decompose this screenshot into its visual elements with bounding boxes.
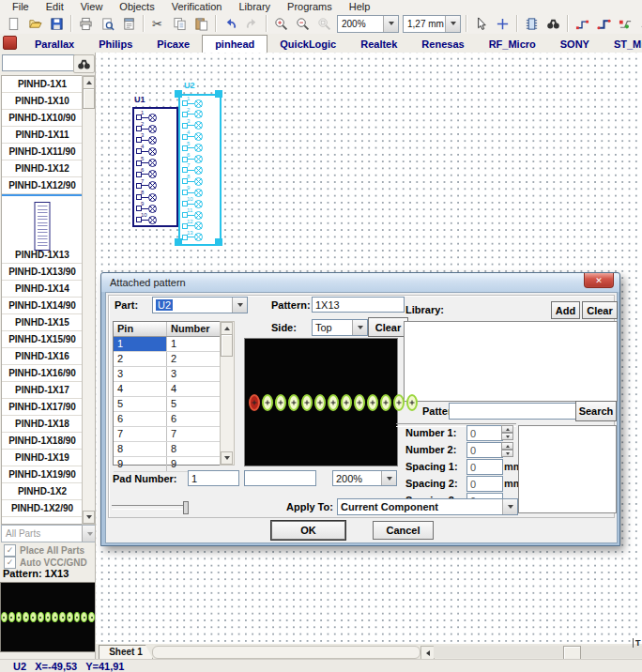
number-1-spinner[interactable] bbox=[501, 425, 513, 440]
pad[interactable] bbox=[367, 394, 378, 411]
list-item[interactable]: PINHD-1X2 bbox=[2, 483, 83, 500]
zoom-in-button[interactable] bbox=[270, 13, 292, 34]
scroll-down-button[interactable] bbox=[83, 511, 95, 524]
pad-number-field[interactable]: 1 bbox=[188, 470, 239, 486]
pin-number-table[interactable]: Pin Number 112233445566778899 bbox=[113, 321, 222, 466]
pin-table-row[interactable]: 44 bbox=[114, 382, 221, 397]
bus-connection-button[interactable] bbox=[636, 13, 642, 34]
tab-renesas[interactable]: Renesas bbox=[409, 37, 476, 53]
tab-rf_micro[interactable]: RF_Micro bbox=[477, 37, 548, 53]
apply-to-arrow-button[interactable] bbox=[502, 499, 517, 514]
side-combo-arrow-button[interactable] bbox=[352, 320, 367, 335]
list-item[interactable]: PINHD-1X16/90 bbox=[2, 365, 83, 382]
spin-down-button[interactable] bbox=[501, 450, 513, 457]
zoom-level-combobox[interactable]: 200% bbox=[337, 15, 399, 33]
cancel-button[interactable]: Cancel bbox=[373, 521, 434, 540]
list-item[interactable]: PINHD-1X19 bbox=[2, 450, 83, 466]
library-add-button[interactable]: Add bbox=[551, 301, 580, 319]
find-component-button[interactable] bbox=[543, 13, 564, 34]
new-button[interactable] bbox=[3, 13, 24, 34]
list-item[interactable]: PINHD-1X12 bbox=[2, 160, 83, 177]
pin-table-row[interactable]: 88 bbox=[114, 442, 221, 457]
side-combobox[interactable]: Top bbox=[312, 319, 368, 336]
ok-button[interactable]: OK bbox=[271, 521, 345, 540]
pattern-results-listbox[interactable] bbox=[518, 425, 617, 513]
number-2-spinner[interactable] bbox=[501, 442, 513, 457]
place-wire-button[interactable] bbox=[572, 13, 593, 34]
list-item[interactable]: PINHD-1X19/90 bbox=[2, 466, 83, 483]
menu-help[interactable]: Help bbox=[341, 0, 379, 13]
spin-up-button[interactable] bbox=[501, 425, 513, 433]
sheet-tab[interactable]: Sheet 1 bbox=[99, 645, 153, 659]
pattern-field[interactable]: 1X13 bbox=[312, 297, 405, 313]
apply-to-combobox[interactable]: Current Component bbox=[337, 498, 518, 515]
zoom-out-button[interactable] bbox=[292, 13, 313, 34]
list-item[interactable]: PINHD-1X11 bbox=[2, 127, 83, 144]
tab-picaxe[interactable]: Picaxe bbox=[145, 37, 202, 53]
list-item[interactable]: PINHD-1X14/90 bbox=[2, 298, 83, 314]
number-1-field[interactable]: 0 bbox=[466, 425, 503, 441]
pin-table-row[interactable]: 22 bbox=[114, 352, 221, 367]
tab-realtek[interactable]: Realtek bbox=[348, 37, 409, 53]
pad[interactable] bbox=[380, 394, 391, 411]
spacing-1-field[interactable]: 0 bbox=[466, 459, 503, 475]
component-search-input[interactable] bbox=[2, 54, 75, 71]
list-item[interactable]: PINHD-1X10 bbox=[2, 93, 83, 110]
scroll-up-button[interactable] bbox=[221, 322, 233, 335]
list-item[interactable]: PINHD-1X16 bbox=[2, 348, 83, 365]
scroll-up-button[interactable] bbox=[83, 76, 95, 89]
tab-philips[interactable]: Philips bbox=[86, 37, 145, 53]
grid-step-combobox[interactable]: 1,27 mm bbox=[403, 15, 461, 33]
scrollbar-thumb[interactable] bbox=[221, 334, 233, 357]
pin-table-row[interactable]: 77 bbox=[114, 427, 221, 442]
place-component-button[interactable] bbox=[521, 13, 543, 34]
pin-table-row[interactable]: 11 bbox=[114, 337, 221, 352]
select-arrow-button[interactable] bbox=[470, 13, 492, 34]
paste-button[interactable] bbox=[191, 13, 212, 34]
tab-st_micro[interactable]: ST_Micro bbox=[602, 37, 642, 53]
menu-objects[interactable]: Objects bbox=[111, 0, 162, 13]
hscroll-thumb[interactable] bbox=[563, 646, 581, 660]
pad[interactable] bbox=[275, 394, 286, 411]
selection-handle[interactable] bbox=[215, 90, 222, 98]
tab-parallax[interactable]: Parallax bbox=[23, 37, 86, 53]
scrollbar-thumb[interactable] bbox=[83, 88, 95, 109]
pin-table-row[interactable]: 33 bbox=[114, 367, 221, 382]
menu-verification[interactable]: Verification bbox=[163, 0, 231, 13]
pad[interactable] bbox=[341, 394, 352, 411]
menu-programs[interactable]: Programs bbox=[279, 0, 341, 13]
spacing-2-field[interactable]: 0 bbox=[466, 476, 503, 492]
library-clear-button[interactable]: Clear bbox=[582, 301, 618, 319]
list-item[interactable]: PINHD-1X15 bbox=[2, 314, 83, 331]
library-group-icon[interactable] bbox=[3, 36, 17, 50]
selection-handle[interactable] bbox=[175, 238, 182, 246]
menu-file[interactable]: File bbox=[4, 0, 38, 13]
list-item[interactable]: PINHD-1X18 bbox=[2, 416, 83, 433]
list-item[interactable]: PINHD-1X11/90 bbox=[2, 144, 83, 160]
preview-zoom-combobox[interactable]: 200% bbox=[332, 470, 397, 486]
hscroll-track[interactable] bbox=[434, 646, 642, 658]
cut-button[interactable]: ✂ bbox=[147, 13, 169, 34]
pin-table-row[interactable]: 55 bbox=[114, 397, 221, 412]
pad-selected[interactable] bbox=[249, 394, 260, 411]
component-search-button[interactable] bbox=[73, 54, 95, 73]
pattern-search-field[interactable] bbox=[449, 403, 576, 420]
component-u2[interactable]: 12345678910111213 bbox=[178, 94, 222, 246]
list-item[interactable]: PINHD-1X18/90 bbox=[2, 433, 83, 450]
save-button[interactable] bbox=[46, 13, 68, 34]
pad[interactable] bbox=[406, 394, 418, 411]
pad[interactable] bbox=[301, 394, 313, 411]
grid-combo-arrow-button[interactable] bbox=[445, 16, 460, 32]
list-item[interactable]: PINHD-1X17 bbox=[2, 382, 83, 399]
number-2-field[interactable]: 0 bbox=[466, 442, 503, 458]
pad-size-slider[interactable] bbox=[112, 501, 189, 512]
dialog-title-bar[interactable]: Attached pattern bbox=[101, 273, 619, 292]
parts-filter-combobox[interactable]: All Parts bbox=[1, 525, 98, 542]
menu-view[interactable]: View bbox=[72, 0, 112, 13]
tab-pinhead[interactable]: pinhead bbox=[202, 35, 268, 53]
pad[interactable] bbox=[354, 394, 365, 411]
list-item[interactable]: PINHD-1X14 bbox=[2, 281, 83, 298]
print-button[interactable] bbox=[75, 13, 97, 34]
tab-sony[interactable]: SONY bbox=[548, 37, 602, 53]
undo-button[interactable] bbox=[220, 13, 241, 34]
